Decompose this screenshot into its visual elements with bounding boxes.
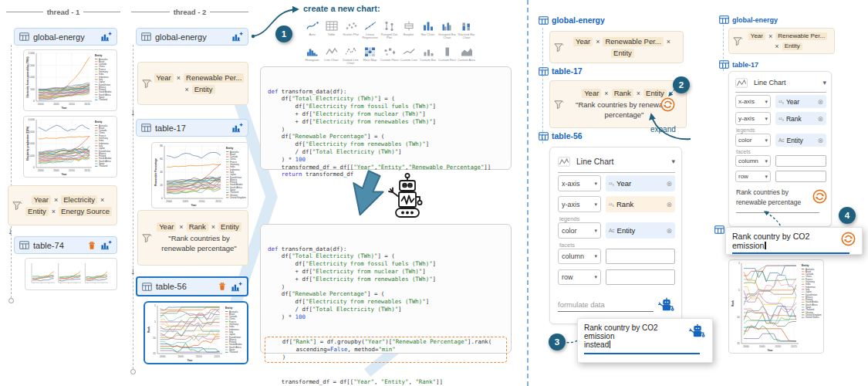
delete-table-icon[interactable] [218, 282, 227, 291]
remove-tag-icon[interactable] [604, 90, 608, 97]
chart-preview-card[interactable] [25, 258, 117, 290]
chart-type-auto[interactable]: Auto [302, 20, 322, 46]
channel-select-color[interactable]: color▾ [735, 134, 771, 147]
channel-select-column[interactable]: column▾ [735, 155, 771, 167]
remove-field-icon[interactable]: ⊗ [817, 115, 823, 123]
chart-type-regression[interactable]: Linear Regression [360, 20, 380, 46]
field-tag[interactable]: Entity [611, 49, 634, 58]
chart-preview-card[interactable]: 2,0001,5001,00050002000200520102015Elect… [23, 49, 117, 111]
field-tag[interactable]: Renewable Per... [603, 37, 663, 46]
channel-select-y-axis[interactable]: y-axis▾ [735, 112, 771, 125]
field-chip-year[interactable]: ¹²₃Year⊗ [606, 175, 675, 191]
remove-tag-icon[interactable] [596, 38, 599, 46]
channel-select-x-axis[interactable]: x-axis▾ [558, 175, 601, 191]
remove-tag-icon[interactable] [775, 42, 778, 50]
field-tag[interactable]: Renewable Per... [184, 73, 244, 83]
field-tag[interactable]: Energy Source [59, 207, 112, 216]
chart-type-tablegrid[interactable]: Table [322, 20, 341, 46]
chevron-down-icon[interactable]: ▾ [822, 79, 826, 86]
remove-tag-icon[interactable] [637, 90, 640, 97]
breadcrumb-table-56[interactable]: table-56 [539, 131, 583, 141]
channel-select-color[interactable]: color▾ [558, 222, 601, 239]
field-tag[interactable]: Year [154, 73, 174, 83]
chart-type-groupedbar[interactable]: Grouped Bar Chart [437, 20, 457, 46]
channel-select-y-axis[interactable]: y-axis▾ [558, 196, 601, 212]
new-chart-icon[interactable] [231, 32, 243, 42]
concept-card-t2-renewable[interactable]: c Year Renewable Per... Entity [137, 62, 248, 105]
remove-field-icon[interactable]: ⊗ [666, 201, 672, 208]
chart-type-rangeddot[interactable]: Ranged Dot Plot [380, 20, 399, 46]
row-facet-input[interactable] [606, 269, 675, 285]
field-tag[interactable]: Entity [643, 89, 667, 98]
table-card-table-56[interactable]: table-56 [136, 276, 248, 296]
row-facet-input[interactable] [775, 171, 826, 182]
new-chart-icon[interactable] [231, 282, 242, 292]
chart-type-stackedbar[interactable]: Stacked Bar Chart [457, 20, 476, 46]
delete-table-icon[interactable] [87, 241, 96, 250]
remove-tag-icon[interactable] [184, 86, 188, 93]
field-tag[interactable]: Renewable Per... [775, 32, 827, 40]
remove-field-icon[interactable]: ⊗ [666, 180, 672, 188]
chart-preview-card[interactable]: 1510152000200520102015RankYearEntityAust… [728, 259, 824, 354]
channel-select-row[interactable]: row▾ [558, 269, 601, 285]
field-tag[interactable]: Rank [612, 89, 633, 98]
field-tag[interactable]: Year [157, 222, 176, 232]
channel-select-row[interactable]: row▾ [735, 171, 771, 182]
field-chip-rank[interactable]: ¹²₃Rank⊗ [606, 196, 675, 212]
remove-tag-icon[interactable] [211, 223, 215, 231]
prompt-text-line2[interactable]: instead [584, 340, 684, 349]
channel-select-x-axis[interactable]: x-axis▾ [735, 95, 771, 108]
field-chip-year[interactable]: ¹²₃Year⊗ [775, 95, 826, 108]
field-chip-entity[interactable]: AcEntity⊗ [606, 222, 675, 239]
field-chip-rank[interactable]: ¹²₃Rank⊗ [775, 112, 826, 125]
column-facet-input[interactable] [606, 249, 675, 264]
remove-tag-icon[interactable] [667, 38, 670, 46]
chart-type-boxplot[interactable]: Boxplot [399, 20, 418, 46]
column-facet-input[interactable] [775, 155, 826, 167]
new-chart-icon[interactable] [231, 123, 243, 133]
field-tag[interactable]: Year [32, 195, 51, 205]
chart-type-scatter[interactable]: Scatter Plot [341, 20, 360, 46]
prompt-text[interactable]: Rank country by CO2 emission [732, 232, 838, 250]
chart-preview-card-selected[interactable]: 1510152000200520102015RankYearEntityAust… [144, 301, 248, 364]
field-tag[interactable]: Entity [192, 85, 215, 94]
refresh-icon[interactable] [660, 97, 675, 112]
field-tag[interactable]: Entity [782, 42, 802, 50]
remove-tag-icon[interactable] [177, 74, 181, 82]
remove-field-icon[interactable]: ⊗ [666, 227, 672, 235]
prompt-text-line1[interactable]: Rank country by CO2 emission [584, 323, 684, 340]
table-card-table-74[interactable]: table-74 [14, 236, 117, 254]
table-card-global-energy-t2[interactable]: global-energy [136, 28, 248, 46]
table-card-global-energy-t1[interactable]: global-energy [14, 28, 117, 46]
breadcrumb-global-energy[interactable]: global-energy [719, 15, 778, 24]
ai-robot-icon[interactable] [658, 297, 675, 312]
channel-select-column[interactable]: column▾ [558, 249, 601, 264]
remove-tag-icon[interactable] [52, 208, 56, 215]
refresh-icon[interactable] [841, 232, 856, 246]
ai-robot-icon[interactable] [689, 323, 706, 349]
field-tag[interactable]: Electricity [61, 195, 97, 205]
field-tag[interactable]: Rank [187, 222, 208, 232]
refresh-icon[interactable] [812, 189, 827, 204]
remove-tag-icon[interactable] [100, 196, 104, 204]
breadcrumb-global-energy[interactable]: global-energy [539, 15, 605, 25]
concept-card-t1[interactable]: c Year Electricity Entity Energy Source [8, 185, 117, 225]
field-tag[interactable]: Year [573, 37, 593, 46]
breadcrumb-table-17[interactable]: table-17 [539, 66, 583, 76]
concept-card-right[interactable]: c Year Renewable Per... Entity [728, 28, 835, 54]
field-tag[interactable]: Year [748, 32, 765, 40]
chevron-down-icon[interactable]: ▾ [671, 157, 675, 165]
remove-tag-icon[interactable] [54, 196, 58, 204]
field-tag[interactable]: Year [582, 89, 601, 98]
remove-field-icon[interactable]: ⊗ [817, 137, 823, 144]
concept-card-mid-renewable[interactable]: c Year Renewable Per... Entity [549, 31, 684, 63]
field-chip-entity[interactable]: AcEntity⊗ [775, 134, 826, 147]
remove-tag-icon[interactable] [179, 223, 183, 231]
chart-preview-card[interactable]: 4,0003,0002,0001,00002000200520102015Ele… [23, 116, 117, 178]
remove-tag-icon[interactable] [768, 32, 772, 40]
chart-preview-card[interactable]: 8060402002000200520102015Renewable Perce… [151, 142, 248, 208]
chart-type-bar[interactable]: Bar Chart [418, 20, 437, 46]
concept-card-t2-rank[interactable]: c Year Rank Entity "Rank countries by re… [137, 210, 248, 266]
current-prompt-text[interactable]: Rank countries by renewable percentage [736, 188, 813, 208]
new-chart-icon[interactable] [100, 32, 112, 42]
